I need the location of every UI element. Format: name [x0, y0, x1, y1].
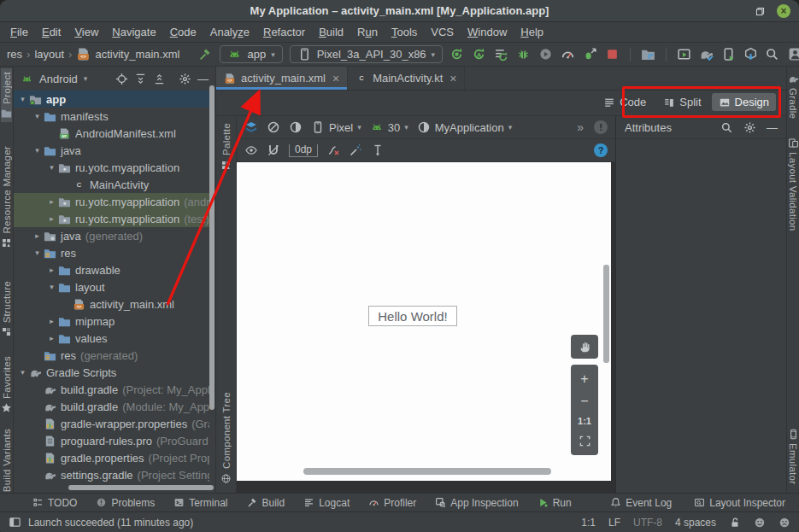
theme-selector[interactable]: MyApplication ▾ — [417, 120, 512, 134]
device-canvas[interactable]: Hello World! — [237, 162, 611, 481]
tree-row[interactable]: gradle.properties(Project Properties) — [14, 449, 209, 466]
menu-tools[interactable]: Tools — [385, 24, 424, 40]
canvas-vertical-scrollbar[interactable] — [603, 265, 609, 363]
tool-app-inspection[interactable]: App Inspection — [435, 497, 518, 509]
breadcrumb-layout[interactable]: layout — [34, 48, 64, 61]
device-in-editor-selector[interactable]: Pixel ▾ — [311, 120, 361, 134]
tree-row[interactable]: ▸values — [14, 330, 209, 347]
tree-row[interactable]: MainActivity — [14, 176, 209, 193]
mode-design[interactable]: Design — [712, 93, 776, 111]
collapse-all-icon[interactable] — [153, 73, 166, 85]
chevron-down-icon[interactable]: ▾ — [17, 95, 28, 103]
chevron-right-icon[interactable]: ▸ — [46, 334, 57, 342]
stop-icon[interactable] — [605, 47, 620, 61]
mode-split[interactable]: Split — [656, 93, 708, 111]
canvas-horizontal-scrollbar[interactable] — [303, 468, 551, 475]
toggle-tool-windows-icon[interactable] — [9, 516, 21, 529]
status-4-spaces[interactable]: 4 spaces — [675, 517, 716, 529]
tool-build[interactable]: Build — [247, 497, 285, 509]
tree-row[interactable]: ▸drawable — [14, 261, 209, 278]
autoconnect-magnet-icon[interactable] — [267, 143, 280, 157]
sidebar-item-gradle[interactable]: Gradle — [788, 70, 799, 122]
tree-row[interactable]: ▾layout — [14, 278, 209, 295]
chevron-down-icon[interactable]: ▾ — [32, 248, 43, 257]
palette-tab[interactable]: Palette — [220, 123, 232, 171]
run-tasks-icon[interactable] — [494, 47, 508, 61]
attach-debugger-icon[interactable] — [583, 47, 597, 61]
tree-row[interactable]: ▾ru.yotc.myapplication — [14, 159, 209, 176]
tree-row[interactable]: local.properties(SDK Location) — [14, 483, 209, 484]
hide-panel-icon[interactable]: — — [197, 73, 209, 85]
locate-file-icon[interactable] — [115, 73, 128, 85]
tree-row[interactable]: build.gradle(Module: My_Application.app) — [14, 398, 209, 415]
status-utf-8[interactable]: UTF-8 — [633, 517, 662, 529]
tree-row[interactable]: settings.gradle(Project Settings) — [14, 466, 209, 483]
sidebar-item-emulator[interactable]: Emulator — [788, 425, 799, 488]
menu-analyze[interactable]: Analyze — [203, 24, 256, 40]
chevron-down-icon[interactable]: ▾ — [17, 368, 28, 377]
breadcrumb-activity-main-xml[interactable]: activity_main.xml — [95, 48, 179, 61]
tool-profiler[interactable]: Profiler — [368, 497, 416, 509]
view-options-eye-icon[interactable] — [244, 143, 258, 157]
avd-manager-icon[interactable] — [721, 47, 736, 61]
infer-constraints-wand-icon[interactable] — [349, 143, 362, 157]
search-icon[interactable] — [720, 121, 733, 134]
zoom-to-fit-icon[interactable] — [579, 435, 591, 447]
apply-changes-icon[interactable] — [449, 47, 464, 61]
title-bar[interactable]: My Application – activity_main.xml [My_A… — [0, 0, 799, 22]
tree-row[interactable]: ▸mipmap — [14, 313, 209, 330]
menu-view[interactable]: View — [68, 24, 105, 40]
sidebar-item-resource-manager[interactable]: Resource Manager — [1, 143, 12, 252]
close-button[interactable]: × — [777, 4, 790, 18]
tool-terminal[interactable]: Terminal — [173, 497, 227, 509]
profiler-icon[interactable] — [561, 47, 575, 61]
design-surface-icon[interactable] — [244, 120, 258, 134]
chevron-right-icon[interactable]: ▸ — [46, 317, 57, 325]
device-selector[interactable]: Pixel_3a_API_30_x86 ▾ — [290, 45, 443, 63]
window-run-icon[interactable] — [677, 47, 691, 61]
night-mode-icon[interactable] — [289, 120, 303, 134]
default-margin-selector[interactable]: 0dp — [289, 144, 318, 157]
sidebar-item-project[interactable]: Project — [1, 68, 12, 122]
tool-todo[interactable]: TODO — [32, 497, 77, 509]
tree-row[interactable]: proguard-rules.pro(ProGuard Rules for "a… — [14, 432, 209, 449]
status-1-1[interactable]: 1:1 — [581, 517, 596, 529]
tree-row[interactable]: gradle-wrapper.properties(Gradle Version… — [14, 415, 209, 432]
chevron-right-icon[interactable]: ▸ — [32, 231, 43, 240]
sidebar-item-favorites[interactable]: Favorites — [1, 353, 12, 417]
lock-icon[interactable] — [729, 517, 741, 529]
errors-badge[interactable]: ! — [594, 120, 608, 134]
menu-file[interactable]: File — [3, 24, 35, 40]
profile-icon[interactable] — [538, 47, 553, 61]
component-tree-tab[interactable]: Component Tree — [220, 392, 232, 484]
close-icon[interactable]: × — [449, 73, 456, 85]
menu-refactor[interactable]: Refactor — [256, 24, 312, 40]
zoom-in-button[interactable]: + — [580, 372, 588, 386]
tree-row[interactable]: ▸java(generated) — [14, 227, 209, 244]
menu-edit[interactable]: Edit — [35, 24, 68, 40]
zoom-actual-button[interactable]: 1:1 — [578, 416, 591, 426]
tree-row[interactable]: ▸ru.yotc.myapplication(androidTest) — [14, 193, 209, 210]
chevron-right-icon[interactable]: ▸ — [46, 214, 57, 223]
chevron-right-icon[interactable]: ▸ — [46, 266, 57, 274]
chevron-down-icon[interactable]: ▾ — [46, 163, 57, 172]
chevron-down-icon[interactable]: ▾ — [46, 283, 57, 291]
tree-row[interactable]: ▾manifests — [14, 108, 209, 125]
sdk-manager-icon[interactable] — [743, 47, 758, 61]
apply-code-changes-icon[interactable] — [472, 47, 486, 61]
project-view-selector[interactable]: Android — [39, 73, 78, 85]
gear-icon[interactable] — [743, 121, 756, 134]
tool-logcat[interactable]: Logcat — [303, 497, 350, 509]
help-icon[interactable]: ? — [594, 143, 608, 157]
clear-constraints-icon[interactable] — [326, 143, 340, 157]
api-level-selector[interactable]: 30 ▾ — [370, 120, 408, 134]
status-lf[interactable]: LF — [608, 517, 620, 529]
menu-window[interactable]: Window — [461, 24, 514, 40]
gradle-sync-icon[interactable] — [699, 47, 714, 61]
profile-avatar[interactable] — [788, 47, 799, 61]
settings-gear-icon[interactable] — [179, 73, 191, 85]
breadcrumb-res[interactable]: res — [7, 48, 22, 61]
menu-vcs[interactable]: VCS — [424, 24, 461, 40]
close-icon[interactable]: × — [332, 73, 339, 85]
chevron-down-icon[interactable]: ▾ — [32, 146, 43, 155]
